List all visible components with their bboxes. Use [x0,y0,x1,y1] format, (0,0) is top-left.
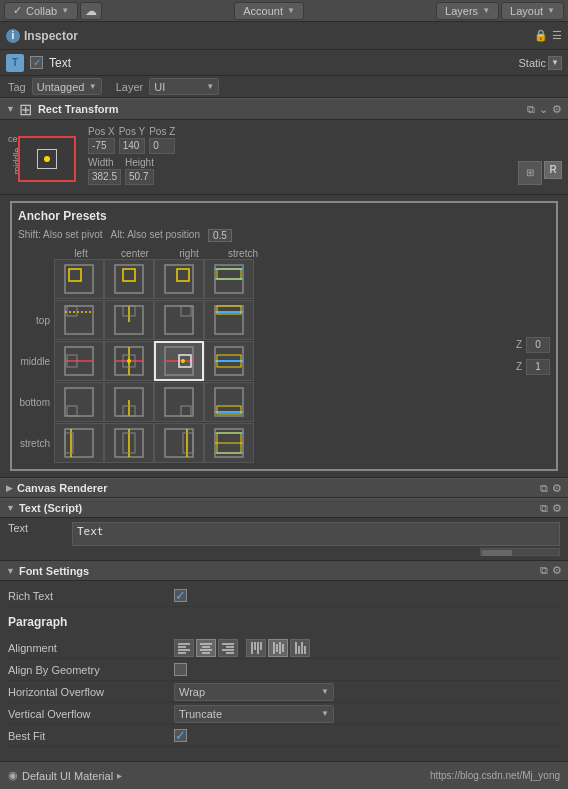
align-bottom-button[interactable] [290,639,310,657]
tag-dropdown[interactable]: Untagged ▼ [32,78,102,95]
size-row: Width 382.5 Height 50.7 ⊞ R [88,157,562,185]
layers-button[interactable]: Layers ▼ [436,2,499,20]
settings-icon3[interactable]: ⚙ [552,502,562,515]
copy-icon3[interactable]: ⧉ [540,502,548,515]
z1-row: Z 1 [516,359,550,375]
col-label-center: center [108,248,162,259]
text-textarea[interactable]: Text [72,522,560,546]
horizontal-scrollbar[interactable] [480,548,560,556]
lock-icon[interactable]: 🔒 [534,29,548,42]
anchor-cell-bot-s[interactable] [204,382,254,422]
anchor-cell-str-l[interactable] [54,423,104,463]
layers-label: Layers [445,5,478,17]
z1-label: Z [516,361,522,372]
shift-hint: Shift: Also set pivot [18,229,103,242]
canvas-renderer-toggle[interactable]: ▶ [6,483,13,493]
anchor-row-middle: middle [18,341,508,381]
horizontal-overflow-dropdown[interactable]: Wrap ▼ [174,683,334,701]
anchor-cell-tr[interactable] [154,259,204,299]
align-separator [240,639,244,657]
align-right-button[interactable] [218,639,238,657]
height-label: Height [125,157,154,168]
z-values: Z 0 Z 1 [508,248,550,463]
anchor-cell-tl[interactable] [54,259,104,299]
r-button[interactable]: R [544,161,562,179]
anchor-cell-top-r[interactable] [154,300,204,340]
settings-icon4[interactable]: ⚙ [552,564,562,577]
paste-icon[interactable]: ⌄ [539,103,548,116]
layer-dropdown[interactable]: UI ▼ [149,78,219,95]
anchor-cell-ts[interactable] [204,259,254,299]
layout-button[interactable]: Layout ▼ [501,2,564,20]
settings-icon2[interactable]: ⚙ [552,482,562,495]
anchor-cell-mid-r[interactable] [154,341,204,381]
anchor-cell-str-c[interactable] [104,423,154,463]
width-input[interactable]: 382.5 [88,169,121,185]
vertical-overflow-dropdown[interactable]: Truncate ▼ [174,705,334,723]
align-middle-button[interactable] [268,639,288,657]
row-label-stretch: stretch [18,438,54,449]
rect-transform-title: Rect Transform [38,103,523,115]
pos-x-input[interactable]: -75 [88,138,115,154]
anchor-cell-mid-l[interactable] [54,341,104,381]
anchor-cell-str-r[interactable] [154,423,204,463]
rect-fields-row: center middle Pos X -75 Pos Y [6,124,562,186]
pos-z-input[interactable]: 0 [149,138,175,154]
height-input[interactable]: 50.7 [125,169,154,185]
cloud-button[interactable]: ☁ [80,2,102,20]
anchor-cell-bot-c[interactable] [104,382,154,422]
settings-icon[interactable]: ⚙ [552,103,562,116]
anchor-cell-tc[interactable] [104,259,154,299]
menu-icon[interactable]: ☰ [552,29,562,42]
main-content: i Inspector 🔒 ☰ T ✓ Text Static ▼ Tag Un… [0,22,568,761]
default-material-arrow[interactable]: ▸ [117,770,122,781]
collab-dropdown-arrow: ▼ [61,6,69,15]
static-dropdown[interactable]: ▼ [548,56,562,70]
anchor-row-bottom: bottom [18,382,508,422]
rich-text-label: Rich Text [8,590,168,602]
align-by-geometry-checkbox[interactable] [174,663,187,676]
inspector-title-group: i Inspector [6,29,78,43]
copy-icon2[interactable]: ⧉ [540,482,548,495]
pos-y-input[interactable]: 140 [119,138,146,154]
rect-transform-icon: ⊞ [19,100,32,119]
horizontal-scrollbar-thumb [482,550,512,556]
scroll-controls [8,548,560,556]
copy-icon[interactable]: ⧉ [527,103,535,116]
expand-button[interactable]: ⊞ [518,161,542,185]
horizontal-overflow-value: Wrap [179,686,205,698]
anchor-cell-top-l[interactable] [54,300,104,340]
inspector-actions: 🔒 ☰ [534,29,562,42]
font-section-toggle[interactable]: ▼ [6,566,15,576]
align-center-button[interactable] [196,639,216,657]
rich-text-checkbox[interactable]: ✓ [174,589,187,602]
default-material-group: ◉ Default UI Material ▸ [8,769,122,782]
anchor-cell-mid-s[interactable] [204,341,254,381]
align-top-button[interactable] [246,639,266,657]
alt-hint: Alt: Also set position [111,229,201,242]
align-by-geometry-row: Align By Geometry [8,659,560,681]
svg-rect-42 [181,406,191,416]
anchor-cell-str-s[interactable] [204,423,254,463]
anchor-cell-bot-l[interactable] [54,382,104,422]
component-enabled-checkbox[interactable]: ✓ [30,56,43,69]
align-left-button[interactable] [174,639,194,657]
copy-icon4[interactable]: ⧉ [540,564,548,577]
collab-button[interactable]: ✓ Collab ▼ [4,2,78,20]
anchor-cell-bot-r[interactable] [154,382,204,422]
anchor-cell-top-c[interactable] [104,300,154,340]
rect-transform-toggle[interactable]: ▼ [6,104,15,114]
text-comp-toggle[interactable]: ▼ [6,503,15,513]
rich-text-checkmark: ✓ [175,588,186,603]
account-button[interactable]: Account ▼ [234,2,304,20]
best-fit-checkbox[interactable]: ✓ [174,729,187,742]
anchor-cell-top-s[interactable] [204,300,254,340]
collab-label: Collab [26,5,57,17]
font-section-icons: ⧉ ⚙ [540,564,562,577]
anchor-cell-mid-c[interactable] [104,341,154,381]
canvas-renderer-header: ▶ Canvas Renderer ⧉ ⚙ [0,478,568,498]
anchor-presets-container: Anchor Presets Shift: Also set pivot Alt… [0,195,568,478]
rect-preview [18,136,76,182]
static-group: Static ▼ [518,56,562,70]
rect-transform-area: center middle Pos X -75 Pos Y [0,120,568,195]
